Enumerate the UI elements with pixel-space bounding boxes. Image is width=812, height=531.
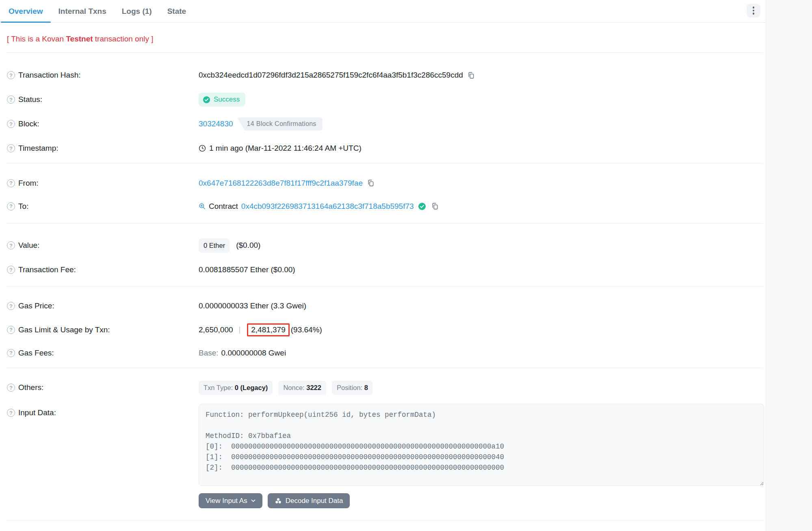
copy-icon[interactable] — [431, 202, 439, 210]
position-badge: Position: 8 — [332, 381, 373, 395]
section-others-input: ? Others: Txn Type: 0 (Legacy) Nonce: 32… — [0, 368, 766, 520]
row-block: ? Block: 30324830 14 Block Confirmations — [0, 112, 766, 136]
gas-used-annotation-box: 2,481,379 — [247, 323, 290, 336]
nonce-label: Nonce: — [283, 384, 304, 391]
timestamp-label: Timestamp: — [18, 144, 58, 153]
help-icon: ? — [7, 384, 15, 392]
nonce-badge: Nonce: 3222 — [278, 381, 326, 395]
input-data-actions: View Input As Decode Input Data — [199, 493, 766, 508]
transaction-fee-label: Transaction Fee: — [18, 265, 76, 274]
chevron-down-icon — [251, 499, 256, 502]
from-address-link[interactable]: 0x647e7168122263d8e7f81f17fff9c2f1aa379f… — [199, 179, 363, 188]
section-overview-top: ? Transaction Hash: 0xcb324eedcd1d07296f… — [0, 53, 766, 163]
txn-type-value: 0 (Legacy) — [235, 384, 268, 391]
section-gas: ? Gas Price: 0.0000000033 Ether (3.3 Gwe… — [0, 286, 766, 368]
transaction-hash-label: Transaction Hash: — [18, 71, 80, 80]
row-status: ? Status: Success — [0, 87, 766, 112]
from-label: From: — [18, 179, 39, 188]
value-usd: ($0.00) — [236, 241, 260, 250]
gas-fees-base-value: 0.000000008 Gwei — [221, 349, 286, 358]
gas-limit-usage-label: Gas Limit & Usage by Txn: — [18, 325, 110, 334]
txn-type-badge: Txn Type: 0 (Legacy) — [199, 381, 273, 395]
decode-input-data-label: Decode Input Data — [286, 497, 343, 505]
tab-logs[interactable]: Logs (1) — [114, 0, 160, 22]
help-icon: ? — [7, 349, 15, 357]
help-icon: ? — [7, 409, 15, 417]
nonce-value: 3222 — [306, 384, 321, 391]
more-options-button[interactable] — [747, 4, 760, 17]
tab-internal-txns-label: Internal Txns — [58, 7, 106, 16]
testnet-notice: [ This is a Kovan Testnet transaction on… — [0, 23, 766, 44]
status-value: Success — [214, 95, 240, 104]
timestamp-value: 1 min ago (Mar-11-2022 11:46:24 AM +UTC) — [209, 144, 362, 153]
input-data-textarea[interactable]: Function: performUpkeep(uint256 id, byte… — [199, 404, 764, 486]
row-transaction-hash: ? Transaction Hash: 0xcb324eedcd1d07296f… — [0, 63, 766, 87]
row-input-data: ? Input Data: Function: performUpkeep(ui… — [0, 404, 766, 486]
row-transaction-fee: ? Transaction Fee: 0.0081885507 Ether ($… — [0, 258, 766, 282]
gas-price-label: Gas Price: — [18, 301, 54, 310]
page-gutter — [766, 0, 812, 531]
block-number-link[interactable]: 30324830 — [199, 119, 233, 128]
magnifier-plus-icon[interactable] — [199, 203, 206, 210]
clock-icon — [199, 145, 206, 152]
row-gas-price: ? Gas Price: 0.0000000033 Ether (3.3 Gwe… — [0, 294, 766, 318]
help-icon: ? — [7, 179, 15, 187]
section-addresses: ? From: 0x647e7168122263d8e7f81f17fff9c2… — [0, 163, 766, 223]
status-label: Status: — [18, 95, 42, 104]
to-address-link[interactable]: 0x4cb093f226983713164a62138c3f718a5b595f… — [241, 202, 414, 211]
gas-fees-label: Gas Fees: — [18, 349, 54, 358]
position-value: 8 — [364, 384, 368, 391]
notice-bold: Testnet — [66, 35, 93, 43]
tab-logs-label: Logs (1) — [122, 7, 152, 16]
value-ether-badge: 0 Ether — [199, 238, 230, 253]
to-label: To: — [18, 202, 28, 211]
copy-icon[interactable] — [467, 72, 475, 79]
help-icon: ? — [7, 202, 15, 210]
block-label: Block: — [18, 119, 39, 128]
row-from: ? From: 0x647e7168122263d8e7f81f17fff9c2… — [0, 171, 766, 195]
transaction-hash-value: 0xcb324eedcd1d07296fdf3d215a2865275f159c… — [199, 71, 463, 80]
row-others: ? Others: Txn Type: 0 (Legacy) Nonce: 32… — [0, 375, 766, 400]
help-icon: ? — [7, 95, 15, 104]
kebab-vertical-icon — [753, 7, 755, 15]
section-value-fee: ? Value: 0 Ether ($0.00) ? Transaction F… — [0, 223, 766, 286]
help-icon: ? — [7, 241, 15, 249]
help-icon: ? — [7, 326, 15, 334]
help-icon: ? — [7, 71, 15, 79]
gas-limit-separator: | — [239, 325, 241, 334]
decode-icon — [275, 497, 282, 505]
help-icon: ? — [7, 120, 15, 128]
status-badge: Success — [199, 93, 245, 106]
input-data-label: Input Data: — [18, 408, 56, 417]
copy-icon[interactable] — [367, 179, 375, 187]
check-circle-icon — [203, 96, 210, 104]
decode-input-data-button[interactable]: Decode Input Data — [268, 493, 350, 508]
tab-overview[interactable]: Overview — [1, 0, 51, 22]
to-contract-prefix: Contract — [209, 202, 238, 211]
tab-bar: Overview Internal Txns Logs (1) State — [0, 0, 766, 23]
view-input-as-button[interactable]: View Input As — [199, 493, 262, 508]
row-gas-limit-usage: ? Gas Limit & Usage by Txn: 2,650,000 | … — [0, 318, 766, 341]
txn-type-label: Txn Type: — [204, 384, 233, 391]
tab-state-label: State — [167, 7, 186, 16]
row-to: ? To: Contract 0x4cb093f226983713164a621… — [0, 195, 766, 218]
row-gas-fees: ? Gas Fees: Base: 0.000000008 Gwei — [0, 341, 766, 364]
notice-suffix: transaction only ] — [93, 35, 154, 43]
gas-used-percent: (93.64%) — [291, 325, 322, 334]
block-confirmations-badge: 14 Block Confirmations — [237, 117, 323, 130]
row-timestamp: ? Timestamp: 1 min ago (Mar-11-2022 11:4… — [0, 136, 766, 160]
value-label: Value: — [18, 241, 39, 250]
tab-internal-txns[interactable]: Internal Txns — [51, 0, 114, 22]
help-icon: ? — [7, 266, 15, 274]
transaction-details-card: Overview Internal Txns Logs (1) State [ … — [0, 0, 766, 531]
gas-price-value: 0.0000000033 Ether (3.3 Gwei) — [199, 301, 306, 310]
notice-prefix: [ This is a Kovan — [7, 35, 66, 43]
row-value: ? Value: 0 Ether ($0.00) — [0, 233, 766, 258]
gas-limit-value: 2,650,000 — [199, 325, 233, 334]
tab-state[interactable]: State — [160, 0, 194, 22]
gas-used-value: 2,481,379 — [251, 325, 286, 334]
tab-overview-label: Overview — [9, 7, 43, 16]
section-divider — [6, 520, 763, 520]
view-input-as-label: View Input As — [206, 497, 247, 505]
transaction-fee-value: 0.0081885507 Ether ($0.00) — [199, 265, 295, 274]
